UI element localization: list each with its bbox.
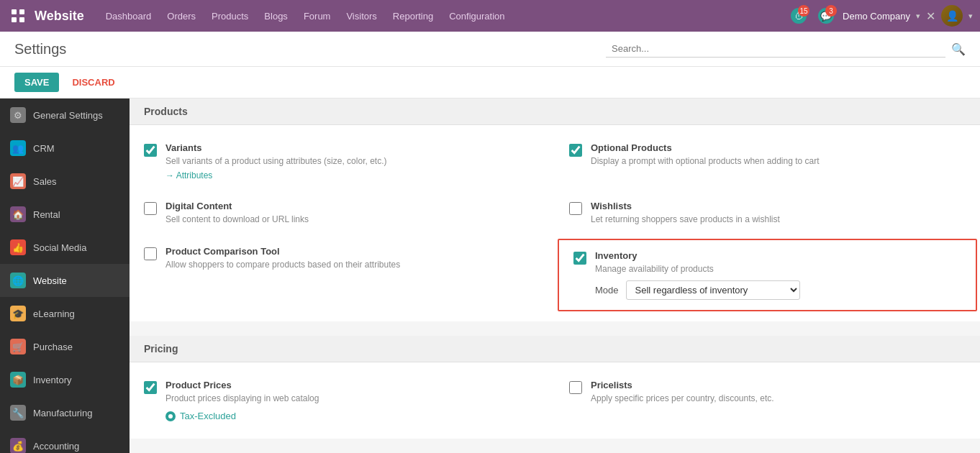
company-dropdown-icon[interactable]: ▾ bbox=[916, 12, 920, 21]
attributes-link[interactable]: Attributes bbox=[165, 170, 212, 180]
user-dropdown-icon[interactable]: ▾ bbox=[968, 12, 973, 21]
pricelists-content: Pricelists Apply specific prices per cou… bbox=[591, 380, 966, 405]
sidebar-item-rental[interactable]: 🏠 Rental bbox=[0, 198, 130, 231]
setting-digital-content: Digital Content Sell content to download… bbox=[130, 191, 555, 236]
digital-content-content: Digital Content Sell content to download… bbox=[165, 201, 540, 226]
accounting-icon: 💰 bbox=[10, 438, 26, 453]
search-button[interactable]: 🔍 bbox=[951, 42, 966, 56]
digital-content-name: Digital Content bbox=[165, 201, 540, 211]
wishlists-content: Wishlists Let returning shoppers save pr… bbox=[591, 201, 966, 226]
inventory-mode-select[interactable]: Sell regardless of inventory Prevent sal… bbox=[626, 280, 800, 300]
product-comparison-checkbox[interactable] bbox=[144, 247, 157, 260]
sidebar: ⚙ General Settings 👥 CRM 📈 Sales 🏠 Renta… bbox=[0, 99, 130, 453]
product-comparison-name: Product Comparison Tool bbox=[165, 246, 540, 257]
elearning-icon: 🎓 bbox=[10, 306, 26, 321]
sales-icon: 📈 bbox=[10, 173, 26, 189]
sidebar-label: Rental bbox=[33, 209, 60, 220]
sidebar-item-crm[interactable]: 👥 CRM bbox=[0, 132, 130, 165]
nav-orders[interactable]: Orders bbox=[160, 6, 203, 26]
sidebar-item-inventory[interactable]: 📦 Inventory bbox=[0, 363, 130, 396]
sidebar-item-social-media[interactable]: 👍 Social Media bbox=[0, 231, 130, 264]
products-section: Products Variants Sell variants of a pro… bbox=[130, 99, 980, 321]
pricing-section: Pricing Product Prices Product prices di… bbox=[130, 336, 980, 439]
wishlists-checkbox[interactable] bbox=[569, 202, 582, 215]
inventory-setting-name: Inventory bbox=[595, 250, 961, 261]
pricing-section-title: Pricing bbox=[130, 336, 980, 362]
social-icon: 👍 bbox=[10, 239, 26, 255]
svg-rect-2 bbox=[12, 17, 17, 22]
sidebar-label: Purchase bbox=[33, 342, 73, 352]
optional-products-desc: Display a prompt with optional products … bbox=[591, 155, 966, 168]
search-input[interactable] bbox=[606, 40, 945, 58]
svg-rect-0 bbox=[12, 9, 17, 14]
nav-blogs[interactable]: Blogs bbox=[257, 6, 295, 26]
sidebar-label: Manufacturing bbox=[33, 408, 92, 418]
settings-header: Settings 🔍 bbox=[0, 32, 980, 67]
setting-pricelists: Pricelists Apply specific prices per cou… bbox=[555, 370, 980, 431]
product-prices-desc: Product prices displaying in web catalog bbox=[165, 393, 540, 405]
purchase-icon: 🛒 bbox=[10, 339, 26, 354]
variants-content: Variants Sell variants of a product usin… bbox=[165, 142, 540, 180]
pricing-settings-grid: Product Prices Product prices displaying… bbox=[130, 362, 980, 439]
sidebar-label: CRM bbox=[33, 143, 55, 154]
setting-product-comparison: Product Comparison Tool Allow shoppers t… bbox=[130, 236, 555, 315]
grid-menu-icon[interactable] bbox=[7, 5, 29, 27]
nav-reporting[interactable]: Reporting bbox=[386, 6, 440, 26]
tax-excluded-option[interactable]: Tax-Excluded bbox=[165, 411, 540, 421]
website-icon: 🌐 bbox=[10, 273, 26, 288]
sidebar-label: General Settings bbox=[33, 110, 103, 121]
optional-products-checkbox[interactable] bbox=[569, 144, 582, 157]
company-selector[interactable]: Demo Company bbox=[843, 11, 910, 22]
setting-inventory: Inventory Manage availability of product… bbox=[558, 239, 977, 312]
action-bar: SAVE DISCARD bbox=[0, 67, 980, 99]
pricelists-name: Pricelists bbox=[591, 380, 966, 390]
products-settings-grid: Variants Sell variants of a product usin… bbox=[130, 125, 980, 321]
sidebar-label: Social Media bbox=[33, 242, 86, 253]
inventory-icon: 📦 bbox=[10, 372, 26, 388]
digital-content-checkbox[interactable] bbox=[144, 202, 157, 215]
sidebar-item-website[interactable]: 🌐 Website bbox=[0, 264, 130, 297]
sidebar-item-sales[interactable]: 📈 Sales bbox=[0, 165, 130, 198]
mode-label: Mode bbox=[595, 285, 619, 296]
wishlists-name: Wishlists bbox=[591, 201, 966, 211]
sidebar-item-general-settings[interactable]: ⚙ General Settings bbox=[0, 99, 130, 132]
nav-forum[interactable]: Forum bbox=[296, 6, 338, 26]
user-avatar[interactable]: 👤 bbox=[941, 5, 963, 27]
variants-desc: Sell variants of a product using attribu… bbox=[165, 155, 540, 168]
pricelists-checkbox[interactable] bbox=[569, 381, 582, 394]
setting-variants: Variants Sell variants of a product usin… bbox=[130, 132, 555, 191]
close-button[interactable]: ✕ bbox=[926, 9, 935, 23]
sidebar-item-purchase[interactable]: 🛒 Purchase bbox=[0, 330, 130, 363]
mode-row: Mode Sell regardless of inventory Preven… bbox=[595, 280, 961, 300]
product-prices-name: Product Prices bbox=[165, 380, 540, 390]
sidebar-label: Inventory bbox=[33, 375, 71, 385]
variants-checkbox[interactable] bbox=[144, 144, 157, 157]
nav-products[interactable]: Products bbox=[204, 6, 255, 26]
product-prices-content: Product Prices Product prices displaying… bbox=[165, 380, 540, 421]
pricelists-desc: Apply specific prices per country, disco… bbox=[591, 393, 966, 405]
inventory-setting-checkbox[interactable] bbox=[573, 252, 586, 265]
discard-button[interactable]: DISCARD bbox=[65, 73, 122, 92]
manufacturing-icon: 🔧 bbox=[10, 405, 26, 421]
activities-button[interactable]: ⏱ 15 bbox=[788, 5, 809, 27]
gear-icon: ⚙ bbox=[10, 107, 26, 123]
activities-count: 15 bbox=[798, 5, 809, 17]
svg-rect-1 bbox=[19, 9, 24, 14]
sidebar-item-elearning[interactable]: 🎓 eLearning bbox=[0, 297, 130, 330]
page-title: Settings bbox=[14, 41, 66, 58]
nav-configuration[interactable]: Configuration bbox=[442, 6, 512, 26]
nav-dashboard[interactable]: Dashboard bbox=[99, 6, 159, 26]
top-nav: Website Dashboard Orders Products Blogs … bbox=[0, 0, 980, 32]
sidebar-item-manufacturing[interactable]: 🔧 Manufacturing bbox=[0, 396, 130, 429]
nav-links: Dashboard Orders Products Blogs Forum Vi… bbox=[99, 6, 785, 26]
sidebar-item-accounting[interactable]: 💰 Accounting bbox=[0, 429, 130, 453]
search-bar: 🔍 bbox=[606, 40, 966, 58]
product-comparison-desc: Allow shoppers to compare products based… bbox=[165, 259, 540, 271]
main-layout: ⚙ General Settings 👥 CRM 📈 Sales 🏠 Renta… bbox=[0, 99, 980, 453]
sidebar-label: Accounting bbox=[33, 441, 79, 452]
messages-button[interactable]: 💬 3 bbox=[815, 5, 837, 27]
save-button[interactable]: SAVE bbox=[14, 73, 59, 92]
nav-visitors[interactable]: Visitors bbox=[339, 6, 384, 26]
sidebar-label: Sales bbox=[33, 176, 57, 187]
product-prices-checkbox[interactable] bbox=[144, 381, 157, 394]
